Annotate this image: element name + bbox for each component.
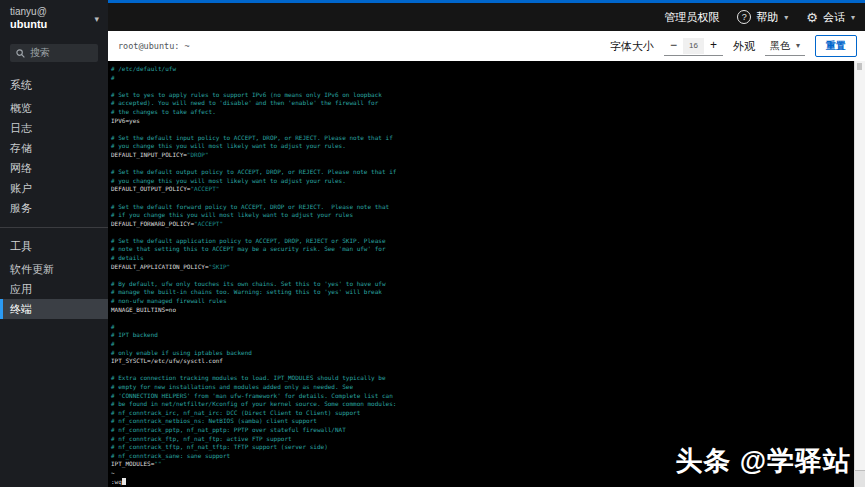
- terminal-line: # Set the default output policy to ACCEP…: [111, 168, 855, 177]
- terminal-line: # manage the built-in chains too. Warnin…: [111, 288, 855, 297]
- search-icon: [16, 49, 25, 58]
- terminal-line: # /etc/default/ufw: [111, 65, 855, 74]
- help-menu-button[interactable]: ? 帮助 ▾: [737, 10, 788, 25]
- terminal-line: [111, 194, 855, 203]
- session-menu-button[interactable]: ⚙ 会话 ▾: [806, 10, 855, 25]
- gear-icon: ⚙: [806, 11, 818, 24]
- terminal-line: # Extra connection tracking modules to l…: [111, 374, 855, 383]
- theme-selected-value: 黑色: [770, 39, 790, 53]
- terminal-line: # non-ufw managed firewall rules: [111, 297, 855, 306]
- terminal-controls: 字体大小 − 16 + 外观 黑色 ▾ 重置: [610, 35, 857, 57]
- font-size-decrease-button[interactable]: −: [664, 37, 683, 54]
- nav-section-header: 工具: [0, 235, 108, 259]
- terminal-line: IPV6=yes: [111, 117, 855, 126]
- terminal-line: [111, 271, 855, 280]
- scrollbar-corner: [855, 470, 865, 487]
- terminal-line: # if you change this you will most likel…: [111, 211, 855, 220]
- search-placeholder: 搜索: [30, 46, 50, 60]
- font-size-stepper: − 16 +: [664, 36, 723, 56]
- terminal-line: [111, 125, 855, 134]
- terminal-line: MANAGE_BUILTINS=no: [111, 306, 855, 315]
- watermark: 头条 @学驿站: [675, 443, 851, 479]
- terminal-line: [111, 228, 855, 237]
- sidebar: tianyu@ ubuntu ▾ 搜索 系统概览日志存储网络账户服务工具软件更新…: [0, 0, 108, 487]
- terminal-line: # be found in net/netfilter/Kconfig of y…: [111, 400, 855, 409]
- terminal-line: # note that setting this to ACCEPT may b…: [111, 245, 855, 254]
- terminal-line: # nf_conntrack_ftp, nf_nat_ftp: active F…: [111, 435, 855, 444]
- terminal-line: IPT_SYSCTL=/etc/ufw/sysctl.conf: [111, 357, 855, 366]
- hostname: ubuntu: [10, 18, 98, 31]
- chevron-down-icon: ▾: [851, 13, 855, 22]
- sidebar-item-服务[interactable]: 服务: [0, 198, 108, 218]
- host-switcher[interactable]: tianyu@ ubuntu ▾: [0, 0, 108, 35]
- sidebar-nav: 系统概览日志存储网络账户服务工具软件更新应用终端: [0, 72, 108, 319]
- terminal-line: # only enable if using iptables backend: [111, 349, 855, 358]
- theme-select[interactable]: 黑色 ▾: [765, 36, 805, 56]
- masthead: 管理员权限 ? 帮助 ▾ ⚙ 会话 ▾: [108, 3, 865, 31]
- terminal-line: # 'CONNECTION HELPERS' from 'man ufw-fra…: [111, 392, 855, 401]
- terminal-line: # empty for new installations and module…: [111, 383, 855, 392]
- sidebar-item-网络[interactable]: 网络: [0, 158, 108, 178]
- terminal-line: DEFAULT_FORWARD_POLICY="ACCEPT": [111, 220, 855, 229]
- terminal-line: # Set the default forward policy to ACCE…: [111, 203, 855, 212]
- terminal-line: [111, 160, 855, 169]
- search-input[interactable]: 搜索: [10, 44, 98, 62]
- chevron-down-icon[interactable]: ▾: [94, 14, 99, 24]
- terminal-line: #: [111, 323, 855, 332]
- terminal-line: # nf_conntrack_irc, nf_nat_irc: DCC (Dir…: [111, 409, 855, 418]
- font-size-label: 字体大小: [610, 39, 654, 54]
- chevron-down-icon: ▾: [796, 41, 800, 50]
- sidebar-item-终端[interactable]: 终端: [0, 299, 108, 319]
- terminal-output: # /etc/default/ufw# # Set to yes to appl…: [111, 65, 855, 486]
- sidebar-item-账户[interactable]: 账户: [0, 178, 108, 198]
- chevron-down-icon: ▾: [784, 13, 788, 22]
- terminal-line: #: [111, 340, 855, 349]
- terminal-line: # IPT backend: [111, 331, 855, 340]
- help-label: 帮助: [756, 10, 778, 25]
- main-area: 管理员权限 ? 帮助 ▾ ⚙ 会话 ▾ root@ubuntu: ~ 字体大小 …: [108, 0, 865, 487]
- username: tianyu@: [10, 6, 98, 18]
- terminal-line: # the changes to take affect.: [111, 108, 855, 117]
- terminal-line: # By default, ufw only touches its own c…: [111, 280, 855, 289]
- scrollbar-thumb[interactable]: [857, 63, 862, 70]
- nav-section: 系统概览日志存储网络账户服务: [0, 72, 108, 218]
- terminal-line: # details: [111, 254, 855, 263]
- terminal-scrollbar[interactable]: [854, 61, 865, 487]
- terminal-toolbar: root@ubuntu: ~ 字体大小 − 16 + 外观 黑色 ▾ 重置: [108, 31, 865, 61]
- sidebar-item-概览[interactable]: 概览: [0, 98, 108, 118]
- terminal-line: [111, 314, 855, 323]
- terminal-line: [111, 82, 855, 91]
- sidebar-item-软件更新[interactable]: 软件更新: [0, 259, 108, 279]
- terminal-line: DEFAULT_APPLICATION_POLICY="SKIP": [111, 263, 855, 272]
- sidebar-item-应用[interactable]: 应用: [0, 279, 108, 299]
- terminal-session-title: root@ubuntu: ~: [118, 41, 190, 51]
- terminal-screen[interactable]: # /etc/default/ufw# # Set to yes to appl…: [108, 61, 855, 487]
- appearance-label: 外观: [733, 39, 755, 54]
- terminal-line: [111, 366, 855, 375]
- sidebar-item-存储[interactable]: 存储: [0, 138, 108, 158]
- terminal-line: #: [111, 74, 855, 83]
- terminal-line: # accepted). You will need to 'disable' …: [111, 99, 855, 108]
- nav-section-header: 系统: [0, 74, 108, 98]
- terminal-line: # you change this you will most likely w…: [111, 177, 855, 186]
- terminal-cursor: [122, 478, 126, 485]
- terminal-line: # nf_conntrack_pptp, nf_nat_pptp: PPTP o…: [111, 426, 855, 435]
- font-size-increase-button[interactable]: +: [704, 37, 723, 54]
- admin-access-button[interactable]: 管理员权限: [664, 10, 719, 25]
- admin-access-label: 管理员权限: [664, 10, 719, 25]
- font-size-value: 16: [683, 38, 704, 54]
- reset-button[interactable]: 重置: [815, 35, 857, 57]
- help-icon: ?: [737, 10, 751, 24]
- terminal-line: # nf_conntrack_netbios_ns: NetBIOS (samb…: [111, 417, 855, 426]
- terminal-line: DEFAULT_OUTPUT_POLICY="ACCEPT": [111, 185, 855, 194]
- sidebar-item-日志[interactable]: 日志: [0, 118, 108, 138]
- terminal-line: # you change this you will most likely w…: [111, 142, 855, 151]
- terminal-line: DEFAULT_INPUT_POLICY="DROP": [111, 151, 855, 160]
- terminal-line: # Set the default application policy to …: [111, 237, 855, 246]
- terminal-line: # Set the default input policy to ACCEPT…: [111, 134, 855, 143]
- nav-section: 工具软件更新应用终端: [0, 227, 108, 319]
- session-label: 会话: [823, 10, 845, 25]
- terminal-line: # Set to yes to apply rules to support I…: [111, 91, 855, 100]
